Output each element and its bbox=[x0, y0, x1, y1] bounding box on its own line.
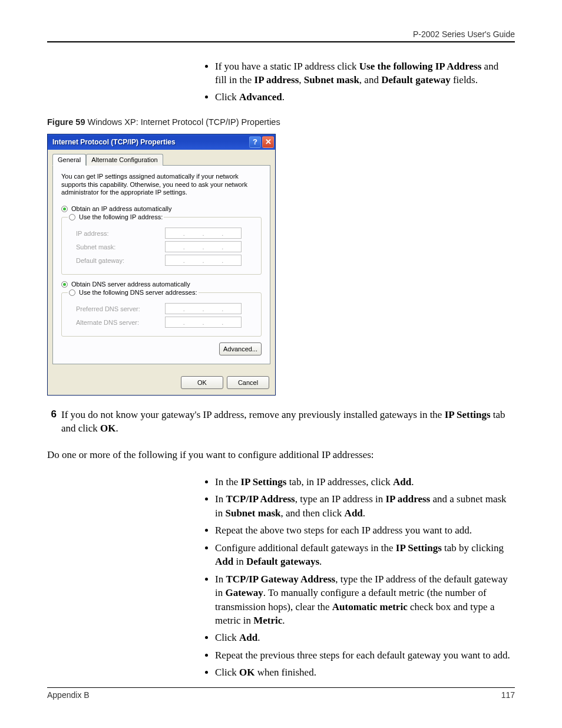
radio-ip-manual-row[interactable]: Use the following IP address: bbox=[69, 213, 163, 220]
radio-icon[interactable] bbox=[69, 214, 75, 220]
label-subnet-mask: Subnet mask: bbox=[68, 243, 165, 251]
bold: IP Settings bbox=[445, 409, 491, 420]
text: , bbox=[299, 74, 304, 85]
body-paragraph: Do one or more of the following if you w… bbox=[47, 449, 515, 462]
list-item: In TCP/IP Address, type an IP address in… bbox=[215, 492, 513, 520]
bottom-bullet-list: In the IP Settings tab, in IP addresses,… bbox=[215, 475, 513, 680]
top-bullet-1: If you have a static IP address click Us… bbox=[215, 60, 510, 87]
input-ip-address[interactable]: ... bbox=[165, 228, 242, 239]
list-item: Repeat the previous three steps for each… bbox=[215, 648, 513, 662]
dns-fieldset: Use the following DNS server addresses: … bbox=[61, 289, 262, 337]
footer-left: Appendix B bbox=[47, 690, 90, 700]
titlebar[interactable]: Internet Protocol (TCP/IP) Properties ? … bbox=[48, 134, 275, 150]
page-footer: Appendix B 117 bbox=[47, 687, 515, 700]
dialog-title: Internet Protocol (TCP/IP) Properties bbox=[52, 138, 248, 146]
cancel-button[interactable]: Cancel bbox=[227, 376, 269, 389]
radio-icon[interactable] bbox=[69, 289, 75, 296]
text: , and bbox=[359, 74, 381, 85]
figure-caption: Figure 59 Windows XP: Internet Protocol … bbox=[47, 117, 515, 127]
radio-icon[interactable] bbox=[61, 206, 68, 212]
advanced-button[interactable]: Advanced... bbox=[219, 342, 262, 355]
top-bullet-list: If you have a static IP address click Us… bbox=[215, 60, 510, 104]
input-dns-alternate[interactable]: ... bbox=[165, 317, 242, 328]
close-icon[interactable]: ✕ bbox=[262, 136, 274, 148]
label-default-gateway: Default gateway: bbox=[68, 257, 165, 264]
advanced-row: Advanced... bbox=[61, 342, 262, 355]
row-dns-preferred: Preferred DNS server: ... bbox=[68, 303, 255, 314]
radio-label: Obtain DNS server address automatically bbox=[71, 281, 190, 288]
list-item: Configure additional default gateways in… bbox=[215, 541, 513, 569]
tab-strip: General Alternate Configuration bbox=[52, 153, 270, 166]
step-6: 6 If you do not know your gateway's IP a… bbox=[47, 409, 515, 436]
input-dns-preferred[interactable]: ... bbox=[165, 303, 242, 314]
bold: Use the following IP Address bbox=[359, 61, 482, 72]
dialog-footer: OK Cancel bbox=[48, 370, 275, 395]
label-dns-alternate: Alternate DNS server: bbox=[68, 319, 165, 326]
header-guide-title: P-2002 Series User's Guide bbox=[47, 29, 515, 41]
figure-label: Figure 59 bbox=[47, 117, 85, 127]
list-item: Click Add. bbox=[215, 631, 513, 644]
text: fields. bbox=[451, 74, 478, 85]
list-item: Repeat the above two steps for each IP a… bbox=[215, 523, 513, 537]
dialog-description: You can get IP settings assigned automat… bbox=[61, 173, 262, 197]
label-ip-address: IP address: bbox=[68, 230, 165, 237]
tab-panel-general: You can get IP settings assigned automat… bbox=[52, 166, 270, 364]
input-default-gateway[interactable]: ... bbox=[165, 255, 242, 266]
ip-fieldset: Use the following IP address: IP address… bbox=[61, 213, 262, 275]
label-dns-preferred: Preferred DNS server: bbox=[68, 305, 165, 312]
radio-dns-auto-row[interactable]: Obtain DNS server address automatically bbox=[61, 281, 262, 288]
text: . bbox=[282, 91, 285, 103]
radio-label: Use the following DNS server addresses: bbox=[79, 289, 197, 296]
row-ip-address: IP address: ... bbox=[68, 228, 255, 239]
bold: IP address bbox=[254, 74, 299, 85]
text: If you do not know your gateway's IP add… bbox=[61, 409, 445, 420]
bold: Advanced bbox=[239, 91, 282, 103]
list-item: Click OK when finished. bbox=[215, 666, 513, 679]
bold: OK bbox=[100, 423, 115, 434]
text: If you have a static IP address click bbox=[215, 61, 359, 72]
step-number: 6 bbox=[44, 409, 61, 420]
header-rule bbox=[47, 41, 515, 42]
dialog-body: General Alternate Configuration You can … bbox=[48, 150, 275, 370]
footer-page-number: 117 bbox=[501, 690, 515, 700]
radio-ip-auto-row[interactable]: Obtain an IP address automatically bbox=[61, 205, 262, 212]
radio-icon[interactable] bbox=[61, 281, 68, 288]
radio-label: Obtain an IP address automatically bbox=[71, 205, 171, 212]
list-item: In TCP/IP Gateway Address, type the IP a… bbox=[215, 572, 513, 628]
ok-button[interactable]: OK bbox=[181, 376, 223, 389]
footer-rule bbox=[47, 687, 515, 688]
row-subnet-mask: Subnet mask: ... bbox=[68, 241, 255, 252]
bold: Subnet mask bbox=[304, 74, 359, 85]
bold: Default gateway bbox=[381, 74, 451, 85]
help-icon[interactable]: ? bbox=[249, 136, 261, 148]
text: . bbox=[116, 423, 118, 434]
xp-dialog: Internet Protocol (TCP/IP) Properties ? … bbox=[47, 134, 276, 396]
tab-alternate-configuration[interactable]: Alternate Configuration bbox=[86, 154, 163, 166]
input-subnet-mask[interactable]: ... bbox=[165, 241, 242, 252]
list-item: In the IP Settings tab, in IP addresses,… bbox=[215, 475, 513, 489]
text: Click bbox=[215, 91, 239, 103]
step-text: If you do not know your gateway's IP add… bbox=[61, 409, 515, 436]
radio-label: Use the following IP address: bbox=[79, 213, 163, 220]
top-bullet-2: Click Advanced. bbox=[215, 91, 510, 104]
row-dns-alternate: Alternate DNS server: ... bbox=[68, 317, 255, 328]
figure-caption-text: Windows XP: Internet Protocol (TCP/IP) P… bbox=[85, 117, 280, 127]
radio-dns-manual-row[interactable]: Use the following DNS server addresses: bbox=[69, 289, 197, 296]
row-default-gateway: Default gateway: ... bbox=[68, 255, 255, 266]
tab-general[interactable]: General bbox=[52, 154, 86, 166]
